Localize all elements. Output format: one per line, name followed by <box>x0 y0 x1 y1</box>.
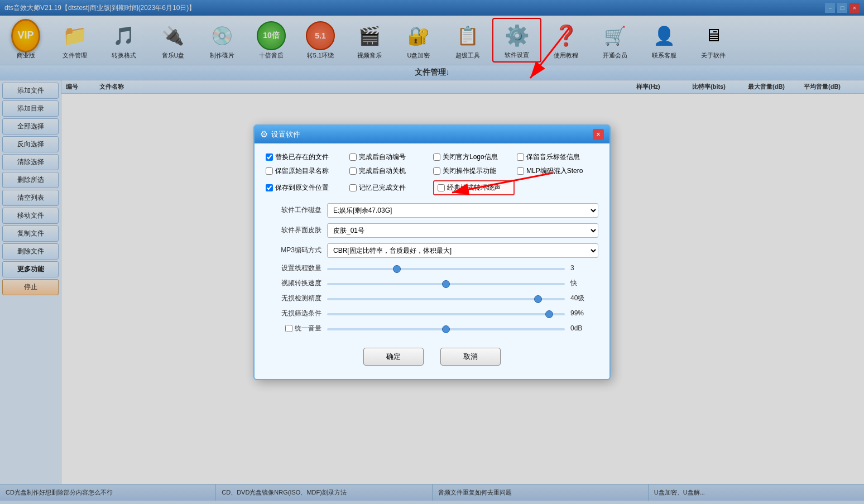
unified-volume-slider[interactable] <box>327 328 565 330</box>
checkbox-keep-tags[interactable]: 保留音乐标签信息 <box>517 152 598 162</box>
checkbox-auto-number[interactable]: 完成后自动编号 <box>349 152 431 162</box>
unified-volume-row: 统一音量 0dB <box>266 324 598 333</box>
settings-close-button[interactable]: × <box>593 129 604 140</box>
checkbox-close-logo[interactable]: 关闭官方Logo信息 <box>433 152 515 162</box>
checkbox-keep-dir[interactable]: 保留原始目录名称 <box>266 166 347 176</box>
lossless-filter-slider[interactable] <box>327 313 565 315</box>
lossless-filter-value: 99% <box>570 309 598 317</box>
lossless-precision-value: 40级 <box>570 294 598 303</box>
settings-titlebar: ⚙ 设置软件 × <box>255 126 609 143</box>
lossless-precision-slider[interactable] <box>327 298 565 300</box>
checkbox-auto-shutdown[interactable]: 完成后自动关机 <box>349 166 431 176</box>
video-speed-value: 快 <box>570 279 598 288</box>
lossless-precision-row: 无损检测精度 40级 <box>266 294 598 303</box>
video-speed-slider[interactable] <box>327 283 565 285</box>
checkbox-grid: 替换已存在的文件 完成后自动编号 关闭官方Logo信息 保留音乐标签信息 保留原… <box>266 152 598 195</box>
settings-title-label: 设置软件 <box>271 129 300 140</box>
thread-count-slider-container <box>327 264 565 272</box>
video-speed-row: 视频转换速度 快 <box>266 279 598 288</box>
skin-row: 软件界面皮肤 皮肤_01号 <box>266 223 598 238</box>
settings-title-area: ⚙ 设置软件 <box>260 129 300 140</box>
checkbox-close-prompts[interactable]: 关闭操作提示功能 <box>433 166 515 176</box>
thread-count-value: 3 <box>570 264 598 272</box>
confirm-button[interactable]: 确定 <box>363 348 424 366</box>
modal-overlay: ⚙ 设置软件 × 替换已存在的文件 完成后自动编号 关闭官方Logo信息 保留音… <box>0 0 864 504</box>
checkbox-classic-surround[interactable]: 经典模式转环绕声 <box>433 180 515 195</box>
work-disk-select[interactable]: E:娱乐[剩余47.03G] <box>327 203 598 218</box>
cancel-button[interactable]: 取消 <box>440 348 501 366</box>
thread-count-label: 设置线程数量 <box>266 263 321 273</box>
lossless-precision-slider-container <box>327 294 565 302</box>
unified-volume-slider-container <box>327 324 565 332</box>
lossless-filter-row: 无损筛选条件 99% <box>266 309 598 318</box>
thread-count-row: 设置线程数量 3 <box>266 263 598 273</box>
settings-gear-icon: ⚙ <box>260 129 268 140</box>
unified-volume-value: 0dB <box>570 324 598 332</box>
work-disk-row: 软件工作磁盘 E:娱乐[剩余47.03G] <box>266 203 598 218</box>
checkbox-mlp-stereo[interactable]: MLP编码混入Stero <box>517 166 598 176</box>
unified-volume-checkbox[interactable] <box>285 325 292 332</box>
lossless-filter-slider-container <box>327 309 565 317</box>
checkbox-remember-done[interactable]: 记忆已完成文件 <box>349 180 431 195</box>
checkbox-save-original[interactable]: 保存到原文件位置 <box>266 180 347 195</box>
video-speed-slider-container <box>327 279 565 287</box>
mp3-encode-row: MP3编码方式 CBR[固定比特率，音质最好，体积最大] <box>266 243 598 258</box>
mp3-encode-label: MP3编码方式 <box>266 246 321 255</box>
dialog-buttons: 确定 取消 <box>266 339 598 370</box>
thread-count-slider[interactable] <box>327 268 565 270</box>
video-speed-label: 视频转换速度 <box>266 279 321 288</box>
work-disk-label: 软件工作磁盘 <box>266 205 321 215</box>
unified-volume-checkbox-label[interactable]: 统一音量 <box>266 324 321 333</box>
lossless-precision-label: 无损检测精度 <box>266 294 321 303</box>
checkbox-replace-existing[interactable]: 替换已存在的文件 <box>266 152 347 162</box>
unified-volume-label: 统一音量 <box>295 324 321 333</box>
lossless-filter-label: 无损筛选条件 <box>266 309 321 318</box>
mp3-encode-select[interactable]: CBR[固定比特率，音质最好，体积最大] <box>327 243 598 258</box>
skin-select[interactable]: 皮肤_01号 <box>327 223 598 238</box>
skin-label: 软件界面皮肤 <box>266 225 321 235</box>
settings-body: 替换已存在的文件 完成后自动编号 关闭官方Logo信息 保留音乐标签信息 保留原… <box>255 143 609 379</box>
settings-dialog: ⚙ 设置软件 × 替换已存在的文件 完成后自动编号 关闭官方Logo信息 保留音… <box>253 124 611 380</box>
